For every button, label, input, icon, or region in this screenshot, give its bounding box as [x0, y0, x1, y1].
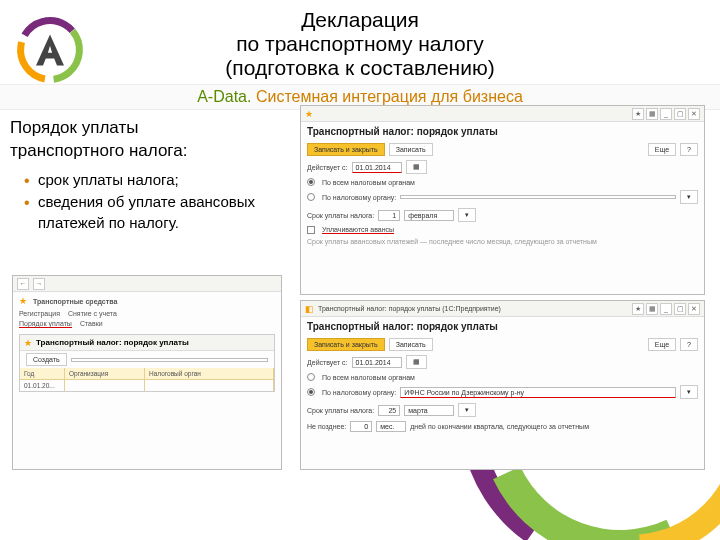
- window-toolbar: ← →: [13, 276, 281, 292]
- radio-specific[interactable]: [307, 388, 315, 396]
- brand-logo: [15, 15, 85, 85]
- dropdown-icon[interactable]: ▾: [458, 403, 476, 417]
- advance-hint: Срок уплаты авансовых платежей — последн…: [307, 238, 597, 245]
- term-label: Срок уплаты налога:: [307, 407, 374, 414]
- select-icon[interactable]: ▾: [680, 190, 698, 204]
- write-button[interactable]: Записать: [389, 338, 433, 351]
- advance-checkbox[interactable]: [307, 226, 315, 234]
- radio-all[interactable]: [307, 178, 315, 186]
- bullet-item: сведения об уплате авансовых платежей по…: [24, 191, 280, 235]
- svg-point-1: [16, 16, 84, 84]
- term-day-field[interactable]: 25: [378, 405, 400, 416]
- dialog-title: Транспортный налог: порядок уплаты: [301, 317, 704, 336]
- slide-content: Порядок уплаты транспортного налога: сро…: [0, 105, 720, 246]
- advance-label: Уплачиваются авансы: [322, 226, 394, 234]
- term-month-field[interactable]: марта: [404, 405, 454, 416]
- calc-icon[interactable]: ▦: [646, 303, 658, 315]
- minimize-icon[interactable]: _: [660, 303, 672, 315]
- slide-title: Декларация по транспортному налогу (подг…: [0, 0, 720, 80]
- calc-icon[interactable]: ▦: [646, 108, 658, 120]
- date-field[interactable]: 01.01.2014: [352, 357, 402, 368]
- more-button[interactable]: Еще: [648, 338, 676, 351]
- dialog-title: Транспортный налог: порядок уплаты: [301, 122, 704, 141]
- crumb-title: Транспортные средства: [33, 298, 117, 305]
- create-button[interactable]: Создать: [26, 353, 67, 366]
- maximize-icon[interactable]: ▢: [674, 108, 686, 120]
- window-toolbar: ★ ★ ▦ _ ▢ ✕: [301, 106, 704, 122]
- sub-panel: ★ Транспортный налог: порядок уплаты Соз…: [19, 334, 275, 392]
- title-line-2: по транспортному налогу: [0, 32, 720, 56]
- more-button[interactable]: Еще: [648, 143, 676, 156]
- fwd-icon[interactable]: →: [33, 278, 45, 290]
- screenshot-dialog-specific: ◧ Транспортный налог: порядок уплаты (1С…: [300, 300, 705, 470]
- calendar-icon[interactable]: ▦: [406, 355, 427, 369]
- left-heading: Порядок уплаты транспортного налога:: [10, 117, 280, 163]
- radio-all[interactable]: [307, 373, 315, 381]
- star-icon: ★: [19, 296, 27, 306]
- help-button[interactable]: ?: [680, 338, 698, 351]
- app-icon: ◧: [305, 304, 314, 314]
- table-header: Год Организация Налоговый орган: [20, 368, 274, 380]
- star-icon: ★: [305, 109, 313, 119]
- help-button[interactable]: ?: [680, 143, 698, 156]
- tax-office-field[interactable]: ИФНС России по Дзержинскому р-ну: [400, 387, 676, 398]
- dropdown-icon[interactable]: ▾: [458, 208, 476, 222]
- date-label: Действует с:: [307, 359, 348, 366]
- close-icon[interactable]: ✕: [688, 303, 700, 315]
- window-toolbar: ◧ Транспортный налог: порядок уплаты (1С…: [301, 301, 704, 317]
- nav-link[interactable]: Порядок уплаты: [19, 320, 72, 328]
- star-icon: ★: [24, 338, 32, 348]
- svg-point-2: [15, 15, 85, 85]
- title-line-3: (подготовка к составлению): [0, 56, 720, 80]
- adv-unit-field[interactable]: мес.: [376, 421, 406, 432]
- adv-label: Не позднее:: [307, 423, 346, 430]
- minimize-icon[interactable]: _: [660, 108, 672, 120]
- svg-point-0: [15, 15, 85, 85]
- bullet-item: срок уплаты налога;: [24, 169, 280, 191]
- favorite-icon[interactable]: ★: [632, 108, 644, 120]
- table-row[interactable]: 01.01.20...: [20, 380, 274, 391]
- write-button[interactable]: Записать: [389, 143, 433, 156]
- term-month-field[interactable]: февраля: [404, 210, 454, 221]
- tax-office-field[interactable]: [400, 195, 676, 199]
- adv-tail: дней по окончании квартала, следующего з…: [410, 423, 589, 430]
- term-day-field[interactable]: 1: [378, 210, 400, 221]
- screenshot-dialog-general: ★ ★ ▦ _ ▢ ✕ Транспортный налог: порядок …: [300, 105, 705, 295]
- title-line-1: Декларация: [0, 8, 720, 32]
- save-close-button[interactable]: Записать и закрыть: [307, 143, 385, 156]
- screenshot-registry-list: ← → ★Транспортные средства РегистрацияСн…: [12, 275, 282, 470]
- calendar-icon[interactable]: ▦: [406, 160, 427, 174]
- date-field[interactable]: 01.01.2014: [352, 162, 402, 173]
- brand-tagline: Системная интеграция для бизнеса: [256, 88, 523, 105]
- favorite-icon[interactable]: ★: [632, 303, 644, 315]
- search-input[interactable]: [71, 358, 268, 362]
- radio-specific[interactable]: [307, 193, 315, 201]
- brand-name: A-Data.: [197, 88, 251, 105]
- left-text-column: Порядок уплаты транспортного налога: сро…: [10, 117, 280, 234]
- close-icon[interactable]: ✕: [688, 108, 700, 120]
- save-close-button[interactable]: Записать и закрыть: [307, 338, 385, 351]
- slide-header: Декларация по транспортному налогу (подг…: [0, 0, 720, 105]
- back-icon[interactable]: ←: [17, 278, 29, 290]
- date-label: Действует с:: [307, 164, 348, 171]
- maximize-icon[interactable]: ▢: [674, 303, 686, 315]
- term-label: Срок уплаты налога:: [307, 212, 374, 219]
- adv-day-field[interactable]: 0: [350, 421, 372, 432]
- bullet-list: срок уплаты налога; сведения об уплате а…: [24, 169, 280, 234]
- subpanel-title: Транспортный налог: порядок уплаты: [36, 338, 189, 347]
- window-title: Транспортный налог: порядок уплаты (1С:П…: [318, 305, 501, 312]
- select-icon[interactable]: ▾: [680, 385, 698, 399]
